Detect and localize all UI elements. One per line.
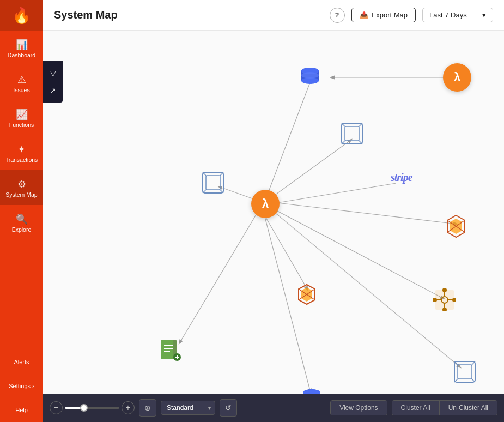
- cluster-all-label: Cluster All: [401, 404, 430, 412]
- sidebar-item-transactions[interactable]: ✦ Transactions: [0, 135, 43, 170]
- database-icon: [299, 385, 325, 394]
- sidebar-item-label: Dashboard: [8, 52, 35, 58]
- minus-icon: −: [53, 403, 58, 412]
- system-map-canvas[interactable]: ▽ ↗: [43, 31, 504, 394]
- kinesis-icon: [294, 281, 320, 308]
- sidebar-item-issues[interactable]: ⚠ Issues: [0, 65, 43, 100]
- refresh-layout-button[interactable]: ↺: [220, 399, 237, 417]
- svg-line-0: [264, 80, 311, 203]
- filter-panel: ▽ ↗: [43, 61, 63, 103]
- settings-label: Settings ›: [9, 383, 34, 389]
- fit-view-button[interactable]: ⊕: [139, 399, 156, 417]
- stripe-node[interactable]: stripe: [391, 171, 412, 184]
- help-label: Help: [15, 407, 28, 413]
- cube-icon: [452, 359, 478, 385]
- svg-rect-55: [458, 365, 472, 379]
- svg-line-5: [264, 215, 308, 290]
- transactions-icon: ✦: [17, 144, 26, 154]
- lambda-circle: λ: [443, 63, 471, 92]
- sidebar: 🔥 📊 Dashboard ⚠ Issues 📈 Functions ✦ Tra…: [0, 0, 43, 422]
- filter-icon: ▽: [50, 69, 56, 77]
- kinesis-mid-node[interactable]: [294, 281, 320, 308]
- zoom-out-button[interactable]: −: [50, 401, 63, 414]
- svg-line-7: [179, 214, 257, 343]
- zoom-in-button[interactable]: +: [122, 401, 135, 414]
- export-icon: 📤: [360, 11, 368, 19]
- sidebar-item-help[interactable]: Help: [0, 398, 43, 422]
- sidebar-item-label: Issues: [13, 87, 29, 93]
- help-button[interactable]: ?: [330, 8, 345, 23]
- top-lambda-node[interactable]: λ: [443, 63, 471, 92]
- zoom-controls: − +: [50, 401, 135, 414]
- view-options-label: View Options: [339, 404, 378, 412]
- time-range-selector[interactable]: Last 7 Days ▾: [422, 8, 493, 22]
- export-map-button[interactable]: 📤 Export Map: [351, 8, 416, 22]
- document-icon: [157, 337, 184, 363]
- stripe-label: stripe: [391, 171, 412, 184]
- cube-left-node[interactable]: [200, 170, 226, 196]
- svg-line-3: [277, 183, 396, 203]
- question-mark-icon: ?: [335, 11, 339, 19]
- svg-line-4: [277, 203, 457, 224]
- cube-bottom-node[interactable]: [452, 359, 478, 385]
- plus-icon: +: [125, 403, 130, 412]
- sidebar-item-label: Explore: [12, 226, 32, 233]
- sidebar-item-label: Transactions: [5, 156, 38, 163]
- sidebar-item-label: Functions: [9, 122, 34, 128]
- kafka-icon: [432, 287, 458, 313]
- sidebar-item-explore[interactable]: 🔍 Explore: [0, 205, 43, 240]
- view-options-button[interactable]: View Options: [331, 401, 386, 415]
- layout-select[interactable]: Standard Compact Detailed: [161, 401, 215, 415]
- main-content: System Map ? 📤 Export Map Last 7 Days ▾ …: [43, 0, 504, 422]
- svg-point-15: [301, 72, 319, 79]
- system-map-icon: ⚙: [17, 179, 26, 189]
- sidebar-item-functions[interactable]: 📈 Functions: [0, 100, 43, 135]
- sidebar-logo[interactable]: 🔥: [0, 0, 43, 31]
- central-lambda-node[interactable]: λ: [251, 190, 280, 218]
- cube-top-node[interactable]: [339, 120, 365, 147]
- cluster-all-button[interactable]: Cluster All: [392, 401, 440, 415]
- db-top-node[interactable]: [297, 63, 323, 89]
- export-label: Export Map: [372, 11, 408, 19]
- explore-icon: 🔍: [16, 214, 28, 224]
- cursor-icon: ↗: [50, 86, 56, 95]
- document-node[interactable]: [157, 337, 184, 363]
- cube-icon: [339, 120, 365, 147]
- lambda-circle: λ: [251, 190, 280, 218]
- svg-rect-47: [161, 340, 173, 359]
- zoom-thumb: [80, 404, 88, 412]
- functions-icon: 📈: [16, 110, 28, 119]
- view-options-group: View Options: [330, 400, 387, 415]
- kinesis-icon: [443, 213, 469, 239]
- alerts-label: Alerts: [14, 359, 29, 365]
- zoom-fill: [65, 407, 81, 409]
- chevron-down-icon: ▾: [482, 11, 486, 19]
- layout-select-wrapper: Standard Compact Detailed ▾: [161, 401, 215, 415]
- db-bottom-node[interactable]: [299, 385, 325, 394]
- cube-icon: [200, 170, 226, 196]
- refresh-icon: ↺: [225, 403, 232, 412]
- header: System Map ? 📤 Export Map Last 7 Days ▾: [43, 0, 504, 31]
- sidebar-item-system-map[interactable]: ⚙ System Map: [0, 170, 43, 205]
- sidebar-item-dashboard[interactable]: 📊 Dashboard: [0, 31, 43, 65]
- sidebar-bottom: Alerts Settings › Help: [0, 350, 43, 422]
- time-range-label: Last 7 Days: [429, 11, 467, 19]
- sidebar-item-alerts[interactable]: Alerts: [0, 350, 43, 374]
- svg-rect-17: [345, 126, 359, 141]
- zoom-slider[interactable]: [65, 407, 119, 409]
- bottom-toolbar: − + ⊕ Standard Compact Detailed ▾ ↺: [43, 394, 504, 422]
- fit-icon: ⊕: [144, 403, 151, 412]
- database-icon: [297, 63, 323, 89]
- dashboard-icon: 📊: [16, 40, 28, 50]
- uncluster-all-button[interactable]: Un-Cluster All: [440, 401, 497, 415]
- cursor-button[interactable]: ↗: [45, 83, 60, 98]
- kinesis-right-node[interactable]: [443, 213, 469, 239]
- issues-icon: ⚠: [17, 75, 26, 85]
- filter-button[interactable]: ▽: [45, 65, 60, 81]
- sidebar-item-settings[interactable]: Settings ›: [0, 374, 43, 398]
- kafka-node[interactable]: [432, 287, 458, 313]
- cluster-buttons-group: Cluster All Un-Cluster All: [392, 400, 497, 415]
- svg-point-63: [303, 389, 320, 394]
- uncluster-all-label: Un-Cluster All: [448, 404, 488, 412]
- sidebar-item-label: System Map: [5, 191, 37, 198]
